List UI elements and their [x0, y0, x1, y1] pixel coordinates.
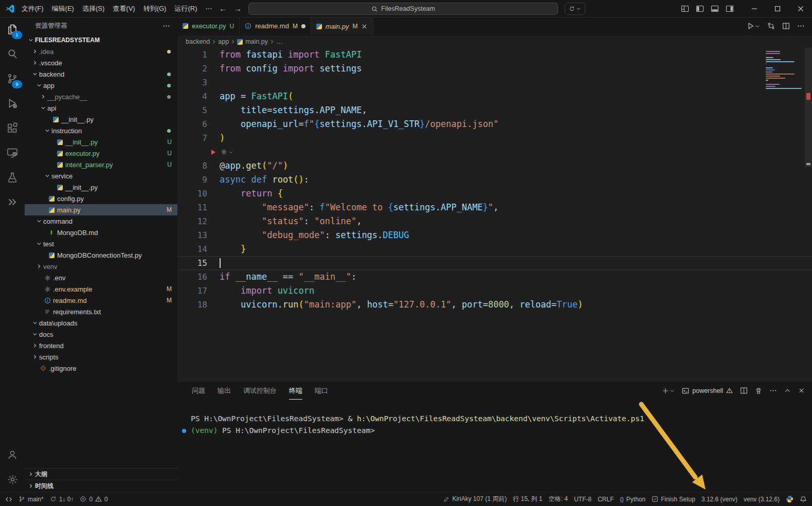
code-line-10[interactable]: 10 return {: [177, 187, 812, 201]
menu-overflow[interactable]: ⋯: [201, 3, 216, 15]
tree-folder-scripts[interactable]: scripts: [25, 351, 177, 363]
code-line-12[interactable]: 12 "status": "online",: [177, 214, 812, 228]
tree-folder-service[interactable]: service: [25, 170, 177, 182]
code-line-13[interactable]: 13 "debug_mode": settings.DEBUG: [177, 228, 812, 242]
tree-file-executor.py[interactable]: executor.pyU: [25, 148, 177, 159]
command-decoration-icon[interactable]: [182, 429, 186, 433]
tree-file-MongoDB.md[interactable]: MongoDB.md: [25, 227, 177, 238]
history-back-button[interactable]: ←: [219, 4, 227, 13]
status-git-sync[interactable]: 1↓ 0↑: [47, 494, 77, 505]
status-encoding[interactable]: UTF-8: [571, 494, 594, 505]
tree-folder-venv[interactable]: venv: [25, 261, 177, 272]
run-python-file-button[interactable]: [747, 22, 760, 30]
activity-extensions[interactable]: [0, 116, 25, 140]
breadcrumb-item-main.py[interactable]: main.py: [237, 38, 268, 45]
activity-explorer[interactable]: 1: [0, 17, 25, 42]
panel-tab-端口[interactable]: 端口: [315, 382, 328, 400]
menu-view[interactable]: 查看(V): [109, 3, 139, 15]
tree-file-main.py[interactable]: main.pyM: [25, 204, 177, 215]
tree-file-__init__.py[interactable]: __init__.py: [25, 182, 177, 193]
tree-file-config.py[interactable]: config.py: [25, 193, 177, 204]
tree-file-__init__.py[interactable]: __init__.py: [25, 114, 177, 125]
code-line-16[interactable]: 16if __name__ == "__main__":: [177, 270, 812, 284]
code-line-14[interactable]: 14 }: [177, 242, 812, 256]
toggle-secondary-sidebar-icon[interactable]: [726, 5, 734, 13]
code-line-15[interactable]: 15: [177, 256, 812, 270]
code-line-18[interactable]: 18 uvicorn.run("main:app", host="127.0.0…: [177, 298, 812, 312]
panel-tab-调试控制台[interactable]: 调试控制台: [243, 382, 277, 400]
close-panel-icon[interactable]: [798, 387, 805, 394]
code-line-2[interactable]: 2from config import settings: [177, 62, 812, 76]
status-python-logo[interactable]: [783, 494, 797, 505]
new-terminal-button[interactable]: [662, 387, 675, 394]
close-tab-icon[interactable]: [361, 23, 368, 30]
status-python-env[interactable]: venv (3.12.6): [741, 494, 783, 505]
code-line-7[interactable]: 7): [177, 131, 812, 145]
maximize-panel-icon[interactable]: [784, 387, 791, 394]
tree-folder-backend[interactable]: backend: [25, 68, 177, 80]
tree-file-.env[interactable]: .env: [25, 272, 177, 283]
sidebar-section-大纲[interactable]: 大纲: [25, 468, 177, 480]
more-actions-icon[interactable]: [797, 22, 805, 30]
status-eol[interactable]: CRLF: [594, 494, 617, 505]
panel-tab-问题[interactable]: 问题: [192, 382, 205, 400]
menu-edit[interactable]: 编辑(E): [48, 3, 78, 15]
status-indentation[interactable]: 空格: 4: [546, 494, 571, 505]
menu-run[interactable]: 运行(R): [170, 3, 201, 15]
activity-testing[interactable]: [0, 165, 25, 190]
customize-layout-icon[interactable]: [681, 5, 689, 13]
tree-folder-instruction[interactable]: instruction: [25, 125, 177, 136]
editor-tab-readme.md[interactable]: readme.mdM: [240, 17, 311, 35]
tree-file-__init__.py[interactable]: __init__.pyU: [25, 136, 177, 148]
breadcrumb-item-backend[interactable]: backend: [186, 38, 210, 45]
tree-folder-app[interactable]: app: [25, 80, 177, 91]
code-line-6[interactable]: 6 openapi_url=f"{settings.API_V1_STR}/op…: [177, 117, 812, 131]
minimize-button[interactable]: [743, 0, 766, 17]
code-line-4[interactable]: 4app = FastAPI(: [177, 89, 812, 103]
session-sync-control[interactable]: [565, 3, 585, 15]
terminal-output[interactable]: PS H:\OwnProject\FilesReadSysteam> & h:\…: [177, 400, 812, 437]
status-python-interpreter[interactable]: 3.12.6 (venv): [698, 494, 741, 505]
activity-run-and-debug[interactable]: [0, 91, 25, 116]
code-line-8[interactable]: 8@app.get("/"): [177, 159, 812, 173]
code-line-3[interactable]: 3: [177, 76, 812, 89]
code-line-1[interactable]: 1from fastapi import FastAPI: [177, 48, 812, 62]
status-problems[interactable]: 00: [77, 494, 111, 505]
inline-settings-widget[interactable]: [221, 149, 233, 155]
status-notifications[interactable]: [797, 494, 810, 505]
toggle-panel-icon[interactable]: [711, 5, 719, 13]
status-cursor-position[interactable]: 行 15, 列 1: [510, 494, 545, 505]
tree-folder-__pycache__[interactable]: __pycache__: [25, 91, 177, 102]
status-language-mode[interactable]: {}Python: [617, 494, 648, 505]
panel-more-actions-icon[interactable]: [769, 387, 777, 394]
toggle-primary-sidebar-icon[interactable]: [696, 5, 704, 13]
maximize-button[interactable]: [766, 0, 789, 17]
tree-folder-api[interactable]: api: [25, 102, 177, 114]
tree-file-.gitignore[interactable]: .gitignore: [25, 363, 177, 374]
code-line-17[interactable]: 17 import uvicorn: [177, 284, 812, 298]
open-changes-icon[interactable]: [767, 22, 775, 30]
menu-file[interactable]: 文件(F): [17, 3, 48, 15]
activity-accounts[interactable]: [0, 442, 25, 467]
tree-file-requirements.txt[interactable]: requirements.txt: [25, 306, 177, 317]
tree-folder-test[interactable]: test: [25, 238, 177, 249]
close-button[interactable]: [789, 0, 812, 17]
tree-folder-command[interactable]: command: [25, 215, 177, 227]
code-line-11[interactable]: 11 "message": f"Welcome to {settings.APP…: [177, 201, 812, 214]
split-editor-icon[interactable]: [782, 22, 790, 30]
history-forward-button[interactable]: →: [234, 4, 242, 13]
minimap[interactable]: [766, 51, 803, 90]
code-line-5[interactable]: 5 title=settings.APP_NAME,: [177, 103, 812, 117]
activity-search[interactable]: [0, 42, 25, 66]
tree-folder-frontend[interactable]: frontend: [25, 340, 177, 351]
explorer-more-actions-icon[interactable]: [163, 22, 170, 30]
code-line-9[interactable]: 9async def root():: [177, 173, 812, 187]
status-finish-setup[interactable]: Finish Setup: [648, 494, 698, 505]
breadcrumb-item-app[interactable]: app: [218, 38, 229, 45]
split-terminal-icon[interactable]: [740, 387, 748, 394]
editor-tab-executor.py[interactable]: executor.pyU: [177, 17, 240, 35]
tree-folder-.vscode[interactable]: .vscode: [25, 57, 177, 68]
command-center-search[interactable]: FilesReadSysteam: [248, 3, 558, 15]
kill-terminal-icon[interactable]: [755, 387, 762, 394]
menu-selection[interactable]: 选择(S): [78, 3, 109, 15]
